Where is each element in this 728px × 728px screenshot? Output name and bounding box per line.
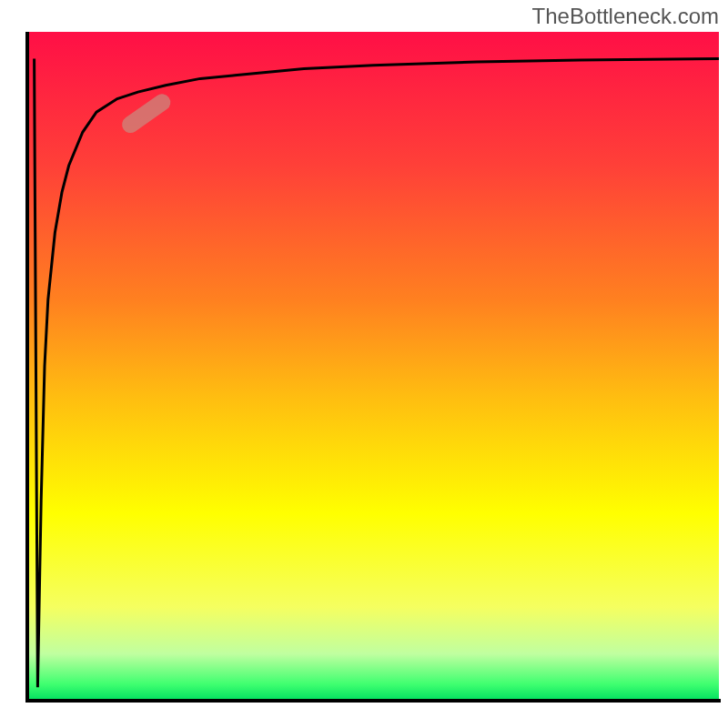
attribution-text: TheBottleneck.com [532, 4, 719, 29]
chart-container: TheBottleneck.com [0, 0, 728, 728]
chart-svg [0, 0, 728, 728]
